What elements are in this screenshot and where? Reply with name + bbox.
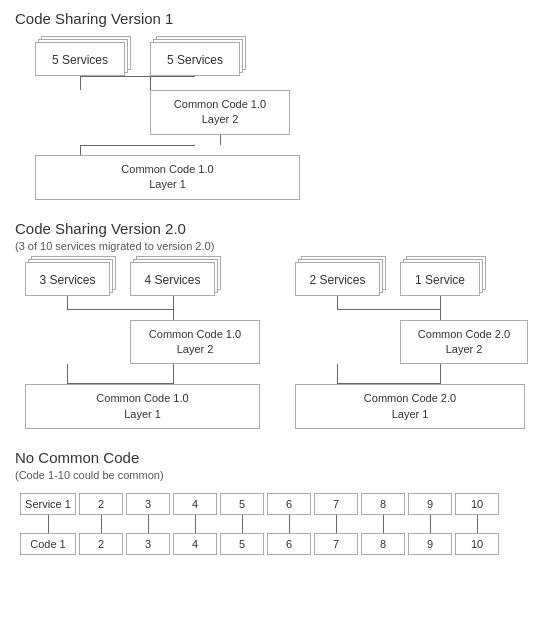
v1-layer2-box: Common Code 1.0 Layer 2 xyxy=(150,90,290,135)
v2-title: Code Sharing Version 2.0 xyxy=(15,220,545,237)
service-8-box: 8 xyxy=(361,493,405,515)
v2-left-stack2: 4 Services xyxy=(130,262,215,296)
code-9-box: 9 xyxy=(408,533,452,555)
codes-row: Code 1 2 3 4 5 6 7 8 9 10 xyxy=(20,533,545,555)
service-9-box: 9 xyxy=(408,493,452,515)
v2-subtitle: (3 of 10 services migrated to version 2.… xyxy=(15,240,545,252)
code-10-box: 10 xyxy=(455,533,499,555)
service-2-box: 2 xyxy=(79,493,123,515)
v2-section: Code Sharing Version 2.0 (3 of 10 servic… xyxy=(15,220,545,430)
v2-right-stack2: 1 Service xyxy=(400,262,480,296)
service-3-box: 3 xyxy=(126,493,170,515)
v2-left-stack1: 3 Services xyxy=(25,262,110,296)
code-4-box: 4 xyxy=(173,533,217,555)
ncc-title: No Common Code xyxy=(15,449,545,466)
service-4-box: 4 xyxy=(173,493,217,515)
v1-section: Code Sharing Version 1 5 Services xyxy=(15,10,545,200)
ncc-subtitle: (Code 1-10 could be common) xyxy=(15,469,545,481)
code-3-box: 3 xyxy=(126,533,170,555)
code-7-box: 7 xyxy=(314,533,358,555)
v1-stack2-label: 5 Services xyxy=(150,42,240,76)
v2-right-layer2: Common Code 2.0 Layer 2 xyxy=(400,320,528,365)
code-2-box: 2 xyxy=(79,533,123,555)
v2-right-stack1: 2 Services xyxy=(295,262,380,296)
v2-left-layer2: Common Code 1.0 Layer 2 xyxy=(130,320,260,365)
services-row: Service 1 2 3 4 5 6 7 8 9 10 xyxy=(20,493,545,515)
code-6-box: 6 xyxy=(267,533,311,555)
service-10-box: 10 xyxy=(455,493,499,515)
v2-right-layer1: Common Code 2.0 Layer 1 xyxy=(295,384,525,429)
code-1-box: Code 1 xyxy=(20,533,76,555)
v1-layer1-box: Common Code 1.0 Layer 1 xyxy=(35,155,300,200)
code-5-box: 5 xyxy=(220,533,264,555)
connector-lines-row xyxy=(20,515,545,533)
service-6-box: 6 xyxy=(267,493,311,515)
ncc-section: No Common Code (Code 1-10 could be commo… xyxy=(15,449,545,555)
service-7-box: 7 xyxy=(314,493,358,515)
code-8-box: 8 xyxy=(361,533,405,555)
service-1-box: Service 1 xyxy=(20,493,76,515)
service-5-box: 5 xyxy=(220,493,264,515)
v2-left-layer1: Common Code 1.0 Layer 1 xyxy=(25,384,260,429)
v1-stack1-label: 5 Services xyxy=(35,42,125,76)
v1-title: Code Sharing Version 1 xyxy=(15,10,545,27)
